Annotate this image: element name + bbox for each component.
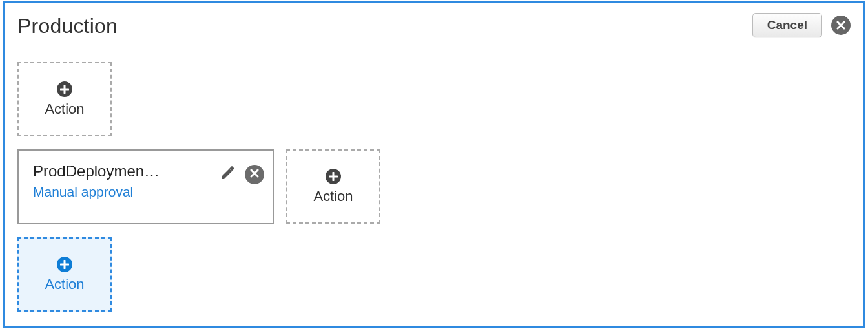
add-action-row2[interactable]: Action — [286, 149, 380, 224]
add-action-label: Action — [313, 188, 353, 205]
plus-icon — [57, 81, 72, 97]
delete-action-button[interactable] — [245, 165, 264, 184]
add-action-row1[interactable]: Action — [17, 62, 112, 136]
add-action-label: Action — [45, 276, 84, 293]
action-row-3: Action — [17, 237, 851, 312]
action-card[interactable]: ProdDeploymen… Manual approval — [17, 149, 274, 224]
stage-panel: Production Cancel Action ProdDeploymen… … — [3, 1, 865, 328]
header-controls: Cancel — [752, 13, 851, 37]
close-stage-button[interactable] — [831, 16, 851, 35]
stage-title: Production — [17, 14, 851, 38]
action-name: ProdDeploymen… — [33, 162, 194, 180]
pencil-icon — [219, 173, 236, 184]
action-card-icons — [219, 165, 264, 184]
action-row-1: Action — [17, 62, 851, 136]
action-row-2: ProdDeploymen… Manual approval — [17, 149, 851, 224]
edit-action-button[interactable] — [219, 165, 236, 184]
plus-icon — [326, 169, 341, 184]
plus-icon — [57, 257, 72, 272]
close-icon — [250, 169, 259, 180]
close-icon — [836, 21, 845, 30]
action-subtype-link[interactable]: Manual approval — [33, 184, 259, 200]
cancel-button[interactable]: Cancel — [752, 13, 822, 37]
add-action-row3[interactable]: Action — [17, 237, 112, 312]
stage-header: Production Cancel — [17, 14, 851, 53]
add-action-label: Action — [45, 101, 84, 118]
